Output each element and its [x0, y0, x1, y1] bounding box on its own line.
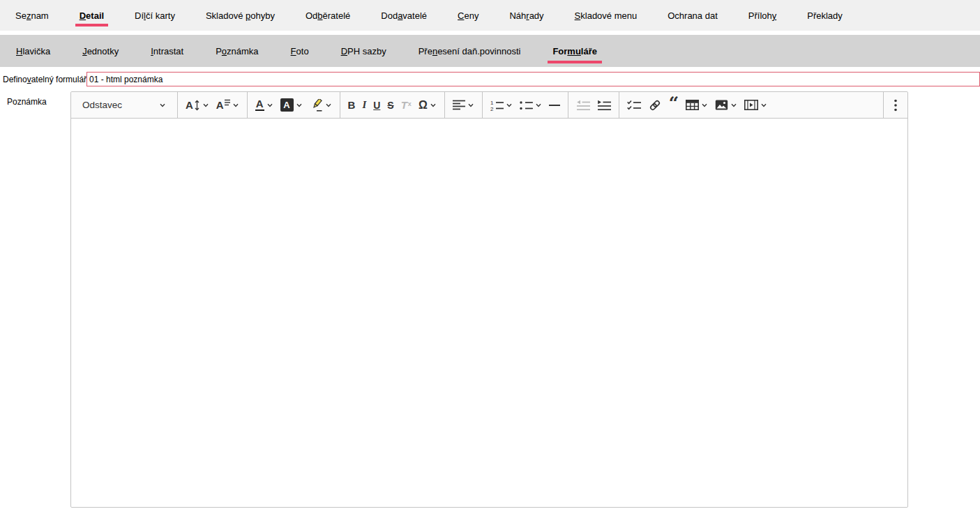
toolbar-separator [883, 92, 884, 118]
tab-label: Překlady [807, 10, 843, 21]
toolbar-separator [619, 92, 619, 118]
toolbar-separator [482, 92, 483, 118]
note-label: Poznámka [0, 91, 70, 107]
todo-list-icon [627, 100, 641, 111]
block-quote-icon: “ [669, 100, 679, 109]
definable-form-input[interactable] [86, 72, 980, 86]
chevron-down-icon [760, 102, 767, 109]
tab-hlavicka[interactable]: Hlavička [0, 46, 66, 56]
media-embed-button[interactable] [741, 94, 771, 116]
chevron-down-icon [266, 102, 273, 109]
font-family-button[interactable]: A [213, 94, 243, 116]
highlight-pen-icon [310, 99, 323, 112]
chevron-down-icon [232, 102, 239, 109]
toolbar-separator [444, 92, 445, 118]
tab-preklady[interactable]: Překlady [792, 10, 858, 21]
note-editor-row: Poznámka Odstavec A A [0, 91, 980, 508]
tab-label: Intrastat [151, 46, 183, 56]
italic-icon: I [362, 99, 366, 111]
chevron-down-icon [730, 102, 737, 109]
accel-letter: o [222, 46, 227, 56]
tab-dodavatele[interactable]: Dodavatelé [365, 10, 442, 21]
tab-ceny[interactable]: Ceny [442, 10, 494, 21]
tab-label: Ceny [458, 10, 478, 21]
tab-detail[interactable]: Detail [64, 10, 119, 21]
toolbar-separator [177, 92, 178, 118]
accel-letter: S [575, 10, 581, 21]
strikethrough-button[interactable]: S [384, 94, 397, 116]
tab-label: Dílčí karty [135, 10, 175, 21]
accel-letter: y [772, 10, 777, 21]
accel-letter: mu [567, 46, 581, 56]
font-color-icon: A [255, 99, 264, 111]
tab-ochrana-dat[interactable]: Ochrana dat [652, 10, 733, 21]
text-alignment-button[interactable] [449, 94, 478, 116]
image-icon [715, 99, 728, 111]
tab-label: Foto [291, 46, 309, 56]
block-quote-button[interactable]: “ [665, 94, 682, 116]
bold-button[interactable]: B [345, 94, 359, 116]
link-icon [648, 99, 662, 112]
indent-button[interactable] [594, 94, 615, 116]
editor-toolbar: Odstavec A A A [71, 92, 907, 119]
outdent-icon [576, 100, 590, 111]
link-button[interactable] [644, 94, 665, 116]
tab-poznamka[interactable]: Poznámka [199, 46, 274, 56]
strikethrough-icon: S [387, 100, 393, 111]
tab-prilohy[interactable]: Přílohy [733, 10, 792, 21]
bulleted-list-button[interactable] [516, 94, 545, 116]
tab-jednotky[interactable]: Jednotky [66, 46, 135, 56]
more-options-button[interactable] [888, 94, 903, 116]
chevron-down-icon [467, 102, 474, 109]
remove-format-button[interactable]: Tx [398, 94, 415, 116]
insert-table-button[interactable] [682, 94, 711, 116]
accel-letter: D [80, 10, 86, 21]
accel-letter: F [291, 46, 296, 56]
tab-foto[interactable]: Foto [275, 46, 325, 56]
tab-skladove-menu[interactable]: Skladové menu [559, 10, 653, 21]
font-background-color-button[interactable]: A [277, 94, 306, 116]
chevron-down-icon [296, 102, 303, 109]
tab-label: Skladové pohyby [206, 10, 275, 21]
svg-text:2: 2 [490, 106, 494, 111]
tab-nahrady[interactable]: Náhrady [494, 10, 559, 21]
chevron-down-icon [535, 102, 542, 109]
tab-intrastat[interactable]: Intrastat [135, 46, 199, 56]
tab-label: Přílohy [748, 10, 776, 21]
table-icon [686, 99, 699, 111]
font-family-icon: A [216, 99, 230, 111]
editor-content[interactable] [71, 119, 907, 507]
bold-icon: B [348, 99, 356, 111]
more-options-icon [894, 99, 897, 112]
tab-label: Náhrady [509, 10, 543, 21]
todo-list-button[interactable] [624, 94, 644, 116]
chevron-down-icon [506, 102, 513, 109]
chevron-down-icon [202, 102, 209, 109]
indent-icon [597, 100, 611, 111]
paragraph-dropdown[interactable]: Odstavec [75, 94, 173, 116]
underline-button[interactable]: U [370, 94, 384, 116]
font-size-button[interactable]: A [182, 94, 213, 116]
special-characters-button[interactable]: Ω [415, 94, 440, 116]
media-embed-icon [744, 99, 758, 111]
chevron-down-icon [325, 102, 332, 109]
tab-seznam[interactable]: Seznam [0, 10, 64, 21]
font-color-button[interactable]: A [252, 94, 277, 116]
numbered-list-button[interactable]: 12 [487, 94, 516, 116]
tab-odberatele[interactable]: Odběratelé [290, 10, 365, 21]
tab-label: Dodavatelé [381, 10, 427, 21]
tab-dilci-karty[interactable]: Dílčí karty [119, 10, 190, 21]
tab-preneseni-dan-povinnosti[interactable]: Přenesení daň.povinnosti [402, 46, 537, 56]
insert-image-button[interactable] [711, 94, 741, 116]
tab-dph-sazby[interactable]: DPH sazby [325, 46, 402, 56]
italic-button[interactable]: I [359, 94, 370, 116]
tab-formulare[interactable]: Formuláře [536, 46, 613, 56]
chevron-down-icon [430, 102, 437, 109]
tab-label: DPH sazby [341, 46, 386, 56]
tab-skladove-pohyby[interactable]: Skladové pohyby [190, 10, 290, 21]
outdent-button[interactable] [573, 94, 594, 116]
horizontal-line-button[interactable] [545, 94, 564, 116]
font-size-icon: A [186, 99, 200, 111]
toolbar-separator [568, 92, 568, 118]
highlight-button[interactable] [306, 94, 336, 116]
